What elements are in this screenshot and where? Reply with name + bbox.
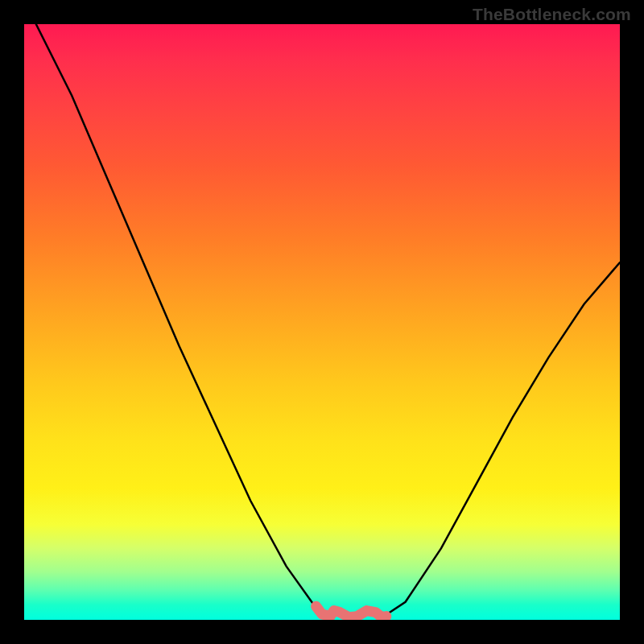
chart-frame: TheBottleneck.com — [0, 0, 644, 644]
watermark: TheBottleneck.com — [473, 5, 631, 24]
highlight-segment — [316, 606, 386, 617]
bottleneck-curve — [36, 24, 620, 614]
curve-layer — [24, 24, 620, 620]
plot-area — [24, 24, 620, 620]
